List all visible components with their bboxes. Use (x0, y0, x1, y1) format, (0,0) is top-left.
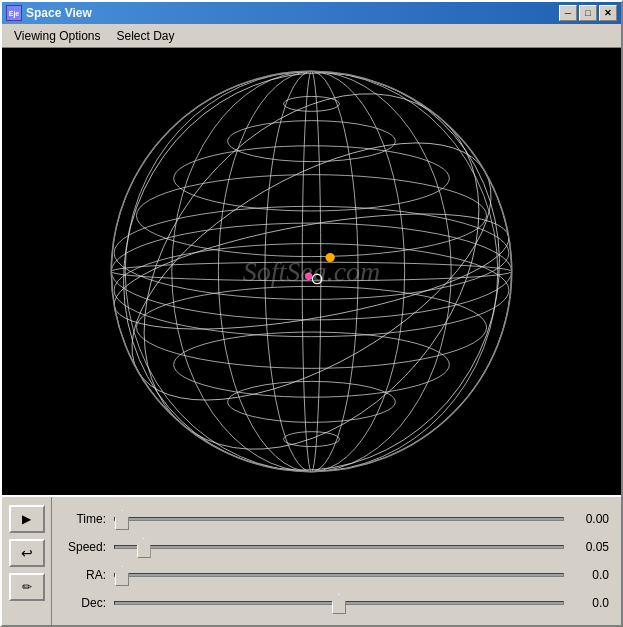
time-value: 0.00 (564, 512, 609, 526)
controls-panel: ▶ ↩ ✏ Time: 0.00 Speed: (2, 495, 621, 625)
orange-dot (325, 253, 334, 262)
menu-item-select-day[interactable]: Select Day (109, 27, 183, 45)
time-slider[interactable] (114, 509, 564, 529)
ra-slider-row: RA: 0.0 (64, 563, 609, 587)
sliders-area: Time: 0.00 Speed: 0.05 RA: 0. (52, 497, 621, 625)
ra-slider[interactable] (114, 565, 564, 585)
minimize-button[interactable]: ─ (559, 5, 577, 21)
side-buttons: ▶ ↩ ✏ (2, 497, 52, 625)
pink-dot (305, 272, 312, 279)
undo-icon: ↩ (21, 545, 33, 561)
menu-item-viewing-options[interactable]: Viewing Options (6, 27, 109, 45)
menu-bar: Viewing Options Select Day (2, 24, 621, 48)
time-slider-row: Time: 0.00 (64, 507, 609, 531)
ra-value: 0.0 (564, 568, 609, 582)
dec-slider-row: Dec: 0.0 (64, 591, 609, 615)
window-title: Space View (26, 6, 92, 20)
pencil-icon: ✏ (22, 580, 32, 594)
ra-label: RA: (64, 568, 114, 582)
title-bar-left: Eje Space View (6, 5, 92, 21)
speed-slider[interactable] (114, 537, 564, 557)
speed-slider-row: Speed: 0.05 (64, 535, 609, 559)
play-button[interactable]: ▶ (9, 505, 45, 533)
main-window: Eje Space View ─ □ ✕ Viewing Options Sel… (0, 0, 623, 627)
dec-slider-container (114, 593, 564, 613)
title-bar: Eje Space View ─ □ ✕ (2, 2, 621, 24)
undo-button[interactable]: ↩ (9, 539, 45, 567)
maximize-button[interactable]: □ (579, 5, 597, 21)
dec-slider[interactable] (114, 593, 564, 613)
close-button[interactable]: ✕ (599, 5, 617, 21)
speed-value: 0.05 (564, 540, 609, 554)
globe-svg (2, 48, 621, 495)
pencil-button[interactable]: ✏ (9, 573, 45, 601)
globe-container: SoftSea.com (2, 48, 621, 495)
play-icon: ▶ (22, 512, 31, 526)
time-label: Time: (64, 512, 114, 526)
time-slider-container (114, 509, 564, 529)
ra-slider-container (114, 565, 564, 585)
svg-point-1 (111, 71, 511, 471)
app-icon: Eje (6, 5, 22, 21)
speed-label: Speed: (64, 540, 114, 554)
dec-value: 0.0 (564, 596, 609, 610)
dec-label: Dec: (64, 596, 114, 610)
globe-canvas: SoftSea.com (2, 48, 621, 495)
title-buttons: ─ □ ✕ (559, 5, 617, 21)
speed-slider-container (114, 537, 564, 557)
